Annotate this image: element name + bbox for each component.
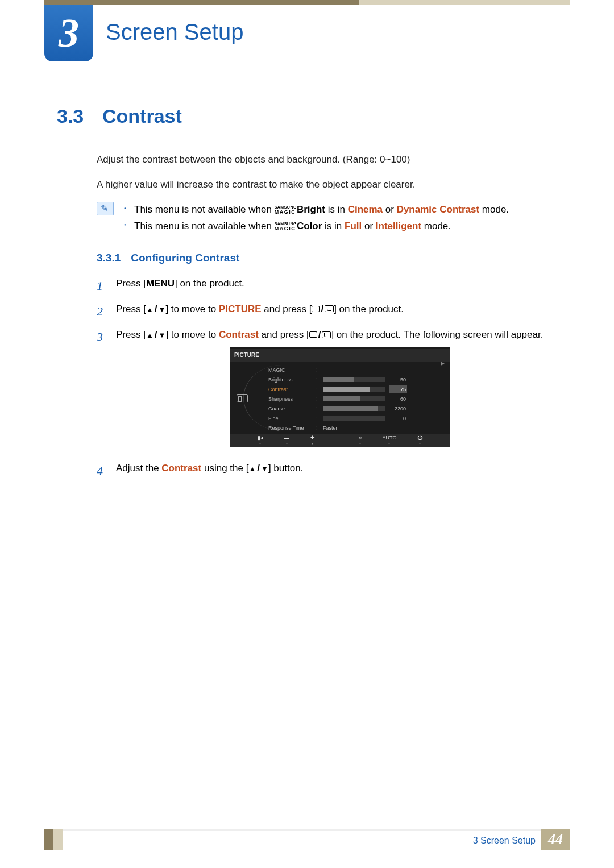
osd-title: PICTURE bbox=[230, 349, 450, 362]
note1-suffix: Bright bbox=[297, 204, 325, 215]
note2-mid: is in bbox=[322, 221, 345, 231]
osd-row-value: 75 bbox=[389, 385, 407, 393]
source-icon bbox=[312, 306, 320, 312]
osd-picture-icon bbox=[237, 394, 248, 402]
footer-rule bbox=[63, 829, 473, 850]
osd-row-value: 50 bbox=[389, 376, 407, 384]
picture-keyword: PICTURE bbox=[219, 304, 262, 314]
step1-body: Press [MENU] on the product. bbox=[116, 276, 569, 296]
osd-row: Contrast:75 bbox=[268, 384, 447, 394]
section-heading: 3.3 Contrast bbox=[57, 105, 569, 127]
osd-plus-icon: ✚▾ bbox=[310, 435, 315, 447]
contrast-keyword: Contrast bbox=[161, 463, 201, 474]
osd-row-value: 0 bbox=[389, 414, 407, 422]
note2-pre: This menu is not available when bbox=[134, 221, 275, 231]
osd-row: Fine:0 bbox=[268, 413, 447, 423]
osd-power-icon: ⏻▾ bbox=[417, 435, 422, 447]
note1-mid: is in bbox=[325, 204, 348, 215]
note2-or: or bbox=[362, 221, 376, 231]
osd-slider bbox=[323, 406, 385, 411]
step3-body: Press [▲/▼] to move to Contrast and pres… bbox=[116, 327, 569, 455]
osd-menu-list: MAGIC:Brightness:50Contrast:75Sharpness:… bbox=[255, 362, 450, 435]
osd-row-value: 2200 bbox=[389, 405, 407, 413]
osd-screenshot: PICTURE ▶ MAGIC:Brightness:50Contrast:75… bbox=[230, 347, 450, 447]
page-content: 3.3 Contrast Adjust the contrast between… bbox=[57, 105, 569, 487]
note2-mode2: Intelligent bbox=[376, 221, 421, 231]
step1-num: 1 bbox=[97, 276, 107, 296]
down-arrow-icon: ▼ bbox=[261, 465, 268, 472]
step4-num: 4 bbox=[97, 460, 107, 480]
menu-keyword: MENU bbox=[146, 278, 175, 289]
osd-arc-decor bbox=[243, 365, 283, 431]
note2-post: mode. bbox=[421, 221, 451, 231]
osd-submenu-arrow-icon: ▶ bbox=[441, 359, 445, 367]
down-arrow-icon: ▼ bbox=[159, 331, 166, 339]
note-item-2: This menu is not available when SAMSUNGM… bbox=[124, 218, 569, 235]
footer-page-number: 44 bbox=[541, 829, 570, 850]
up-arrow-icon: ▲ bbox=[146, 306, 154, 313]
osd-row: Sharpness:60 bbox=[268, 394, 447, 404]
intro-para-2: A higher value will increase the contras… bbox=[97, 177, 569, 192]
step-2: 2 Press [▲/▼] to move to PICTURE and pre… bbox=[97, 301, 569, 321]
up-arrow-icon: ▲ bbox=[248, 465, 256, 472]
note-item-1: This menu is not available when SAMSUNGM… bbox=[124, 202, 569, 218]
osd-row-value: Faster bbox=[323, 424, 339, 432]
step-4: 4 Adjust the Contrast using the [▲/▼] bu… bbox=[97, 460, 569, 480]
osd-footer-bar: ▮◂▾ ▬▾ ✚▾ ⎆▾ AUTO▾ ⏻▾ bbox=[230, 434, 450, 447]
enter-icon bbox=[325, 305, 334, 312]
section-number: 3.3 bbox=[57, 105, 89, 127]
footer-accent-b bbox=[53, 829, 63, 850]
osd-enter-icon: ⎆▾ bbox=[359, 435, 362, 447]
osd-side-panel bbox=[230, 362, 255, 435]
note-list: This menu is not available when SAMSUNGM… bbox=[124, 202, 569, 235]
contrast-keyword: Contrast bbox=[219, 329, 259, 340]
osd-slider bbox=[323, 396, 385, 401]
page-footer: 3 Screen Setup 44 bbox=[44, 829, 570, 850]
chapter-title: Screen Setup bbox=[106, 19, 243, 45]
osd-slider bbox=[323, 387, 385, 392]
osd-row-value: 60 bbox=[389, 395, 407, 403]
osd-row: Brightness:50 bbox=[268, 375, 447, 384]
step3-num: 3 bbox=[97, 327, 107, 455]
note2-suffix: Color bbox=[297, 221, 322, 231]
step-1: 1 Press [MENU] on the product. bbox=[97, 276, 569, 296]
note2-mode1: Full bbox=[345, 221, 362, 231]
note1-pre: This menu is not available when bbox=[134, 204, 275, 215]
intro-para-1: Adjust the contrast between the objects … bbox=[97, 152, 569, 167]
osd-row: Response Time:Faster bbox=[268, 423, 447, 433]
footer-chapter-label: 3 Screen Setup bbox=[473, 829, 541, 850]
osd-back-icon: ▮◂▾ bbox=[258, 435, 263, 447]
subsection-heading: 3.3.1 Configuring Contrast bbox=[97, 252, 569, 264]
subsection-number: 3.3.1 bbox=[97, 252, 121, 264]
osd-slider bbox=[323, 416, 385, 421]
step4-body: Adjust the Contrast using the [▲/▼] butt… bbox=[116, 460, 569, 480]
step-3: 3 Press [▲/▼] to move to Contrast and pr… bbox=[97, 327, 569, 455]
note-block: This menu is not available when SAMSUNGM… bbox=[97, 202, 569, 235]
section-title: Contrast bbox=[102, 105, 182, 127]
enter-icon bbox=[322, 331, 331, 338]
up-arrow-icon: ▲ bbox=[146, 331, 154, 339]
source-icon bbox=[309, 331, 317, 338]
samsung-magic-logo: SAMSUNGMAGIC bbox=[275, 222, 297, 230]
osd-row: Coarse:2200 bbox=[268, 404, 447, 413]
step2-body: Press [▲/▼] to move to PICTURE and press… bbox=[116, 301, 569, 321]
osd-auto-label: AUTO▾ bbox=[383, 435, 397, 447]
chapter-number: 3 bbox=[59, 10, 79, 57]
step2-num: 2 bbox=[97, 301, 107, 321]
note1-mode2: Dynamic Contrast bbox=[397, 204, 479, 215]
osd-row: MAGIC: bbox=[268, 365, 447, 375]
footer-accent-a bbox=[44, 829, 53, 850]
chapter-number-tab: 3 bbox=[44, 5, 93, 61]
note1-post: mode. bbox=[479, 204, 509, 215]
top-divider bbox=[44, 0, 570, 5]
subsection-title: Configuring Contrast bbox=[131, 252, 239, 264]
samsung-magic-logo: SAMSUNGMAGIC bbox=[275, 206, 297, 214]
note1-mode1: Cinema bbox=[348, 204, 383, 215]
note-icon bbox=[97, 202, 114, 215]
down-arrow-icon: ▼ bbox=[159, 306, 166, 313]
osd-minus-icon: ▬▾ bbox=[284, 435, 289, 447]
note1-or: or bbox=[383, 204, 397, 215]
osd-slider bbox=[323, 377, 385, 382]
step-list: 1 Press [MENU] on the product. 2 Press [… bbox=[97, 276, 569, 481]
